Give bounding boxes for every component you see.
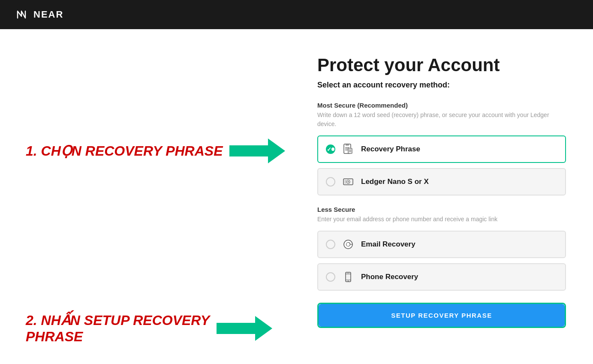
step1-text: 1. CHỌN RECOVERY PHRASE: [26, 143, 223, 159]
arrow1-icon: [229, 138, 285, 163]
near-logo-icon: [14, 7, 29, 22]
svg-marker-4: [255, 316, 272, 341]
radio-recovery-phrase: ✓: [326, 144, 335, 154]
most-secure-label: Most Secure (Recommended): [317, 102, 566, 109]
page-title: Protect your Account: [317, 55, 566, 75]
email-icon: [341, 238, 355, 251]
right-panel: Protect your Account Select an account r…: [300, 29, 592, 364]
arrow2-icon: [217, 316, 272, 341]
phone-icon: [341, 270, 355, 284]
most-secure-section: Most Secure (Recommended) Write down a 1…: [317, 102, 566, 196]
main-content: 1. CHỌN RECOVERY PHRASE 2. NHẤN SETUP RE…: [0, 29, 593, 364]
svg-point-15: [348, 181, 349, 183]
logo-text: NEAR: [33, 9, 63, 20]
step2-text: 2. NHẤN SETUP RECOVERYPHRASE: [26, 312, 210, 345]
svg-rect-26: [347, 273, 349, 274]
most-secure-desc: Write down a 12 word seed (recovery) phr…: [317, 111, 566, 129]
setup-button-wrapper: SETUP RECOVERY PHRASE: [317, 303, 566, 328]
page-subtitle: Select an account recovery method:: [317, 81, 566, 90]
less-secure-desc: Enter your email address or phone number…: [317, 215, 566, 224]
svg-rect-3: [217, 323, 255, 334]
annotation-step1: 1. CHỌN RECOVERY PHRASE: [26, 138, 285, 163]
less-secure-label: Less Secure: [317, 206, 566, 213]
annotation-step2: 2. NHẤN SETUP RECOVERYPHRASE: [26, 312, 272, 345]
left-panel: 1. CHỌN RECOVERY PHRASE 2. NHẤN SETUP RE…: [0, 29, 300, 364]
option-phone-recovery[interactable]: Phone Recovery: [317, 263, 566, 291]
option-email-recovery[interactable]: Email Recovery: [317, 231, 566, 258]
logo: NEAR: [14, 7, 63, 22]
email-recovery-label: Email Recovery: [361, 240, 415, 249]
option-ledger[interactable]: Ledger Nano S or X: [317, 168, 566, 196]
svg-rect-10: [348, 148, 352, 153]
svg-point-25: [348, 281, 349, 282]
ledger-icon: [341, 175, 355, 189]
setup-recovery-phrase-button[interactable]: SETUP RECOVERY PHRASE: [319, 304, 565, 327]
recovery-phrase-icon: [341, 142, 355, 156]
radio-ledger: [326, 177, 335, 187]
svg-rect-22: [346, 272, 351, 282]
svg-rect-1: [229, 145, 268, 156]
header: NEAR: [0, 0, 593, 29]
radio-phone: [326, 272, 335, 282]
svg-marker-2: [268, 138, 285, 163]
svg-rect-6: [346, 144, 349, 146]
radio-email: [326, 240, 335, 249]
option-recovery-phrase[interactable]: ✓ Recovery Phrase: [317, 135, 566, 163]
less-secure-section: Less Secure Enter your email address or …: [317, 206, 566, 291]
ledger-label: Ledger Nano S or X: [361, 177, 429, 186]
phone-recovery-label: Phone Recovery: [361, 273, 418, 281]
recovery-phrase-label: Recovery Phrase: [361, 145, 420, 153]
